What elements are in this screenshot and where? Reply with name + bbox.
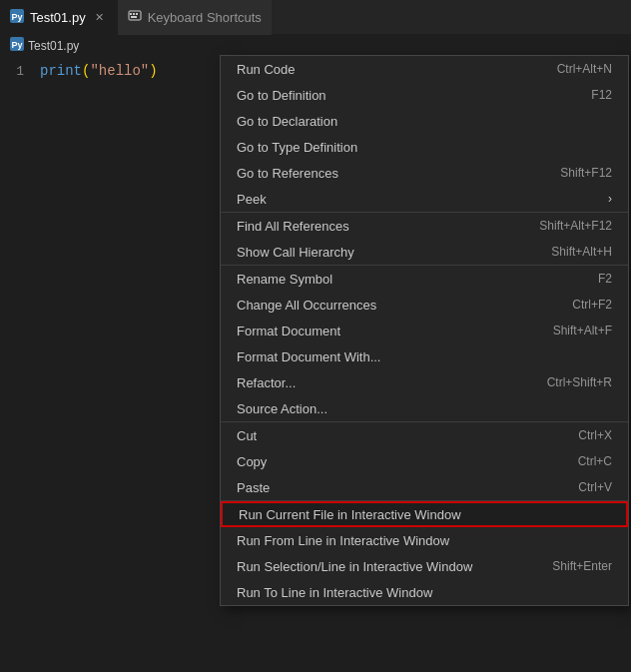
code-keyword-print: print <box>40 63 82 79</box>
menu-item-0-3[interactable]: Go to Type Definition <box>221 134 628 160</box>
menu-item-3-1[interactable]: CopyCtrl+C <box>221 448 628 474</box>
menu-item-label-3-1: Copy <box>237 454 578 469</box>
menu-item-0-1[interactable]: Go to DefinitionF12 <box>221 82 628 108</box>
menu-item-4-2[interactable]: Run Selection/Line in Interactive Window… <box>221 553 628 579</box>
context-menu: Run CodeCtrl+Alt+NGo to DefinitionF12Go … <box>220 55 629 606</box>
menu-item-label-2-4: Refactor... <box>237 375 547 390</box>
menu-item-shortcut-0-0: Ctrl+Alt+N <box>557 62 612 76</box>
menu-item-label-2-0: Rename Symbol <box>237 272 598 287</box>
editor-breadcrumb: Py Test01.py <box>0 35 631 56</box>
menu-item-0-5[interactable]: Peek› <box>221 186 628 212</box>
menu-item-label-4-1: Run From Line in Interactive Window <box>237 533 612 548</box>
menu-section-1: Find All ReferencesShift+Alt+F12Show Cal… <box>221 213 628 266</box>
svg-text:Py: Py <box>11 40 22 50</box>
menu-section-2: Rename SymbolF2Change All OccurrencesCtr… <box>221 266 628 422</box>
menu-item-label-0-1: Go to Definition <box>237 88 591 103</box>
menu-section-0: Run CodeCtrl+Alt+NGo to DefinitionF12Go … <box>221 56 628 213</box>
menu-item-0-4[interactable]: Go to ReferencesShift+F12 <box>221 160 628 186</box>
menu-item-3-2[interactable]: PasteCtrl+V <box>221 474 628 500</box>
menu-item-shortcut-1-0: Shift+Alt+F12 <box>539 219 612 233</box>
menu-item-shortcut-0-4: Shift+F12 <box>560 166 612 180</box>
menu-item-shortcut-2-2: Shift+Alt+F <box>553 324 612 337</box>
python-icon: Py <box>10 9 24 26</box>
menu-item-shortcut-2-1: Ctrl+F2 <box>572 298 612 312</box>
menu-item-arrow-0-5: › <box>608 192 612 206</box>
menu-item-label-0-0: Run Code <box>237 62 557 77</box>
menu-item-shortcut-2-0: F2 <box>598 272 612 286</box>
menu-item-label-4-0: Run Current File in Interactive Window <box>239 507 610 522</box>
menu-section-4: Run Current File in Interactive WindowRu… <box>221 501 628 605</box>
python-breadcrumb-icon: Py <box>10 37 24 54</box>
keyboard-shortcuts-icon <box>128 9 142 26</box>
menu-item-1-0[interactable]: Find All ReferencesShift+Alt+F12 <box>221 213 628 239</box>
tab-test01-label: Test01.py <box>30 10 86 25</box>
menu-item-label-3-2: Paste <box>237 480 578 495</box>
svg-rect-3 <box>130 13 132 15</box>
menu-item-shortcut-4-2: Shift+Enter <box>552 559 612 573</box>
menu-item-label-0-3: Go to Type Definition <box>237 140 612 155</box>
menu-item-label-3-0: Cut <box>237 428 578 443</box>
menu-item-label-0-5: Peek <box>237 192 608 207</box>
menu-item-2-0[interactable]: Rename SymbolF2 <box>221 266 628 292</box>
menu-section-3: CutCtrl+XCopyCtrl+CPasteCtrl+V <box>221 422 628 501</box>
menu-item-2-3[interactable]: Format Document With... <box>221 343 628 369</box>
menu-item-3-0[interactable]: CutCtrl+X <box>221 422 628 448</box>
menu-item-shortcut-3-2: Ctrl+V <box>578 480 612 494</box>
line-number-1: 1 <box>0 64 40 79</box>
menu-item-label-4-2: Run Selection/Line in Interactive Window <box>237 559 552 574</box>
tab-keyboard-label: Keyboard Shortcuts <box>148 10 262 25</box>
menu-item-4-1[interactable]: Run From Line in Interactive Window <box>221 527 628 553</box>
menu-item-2-1[interactable]: Change All OccurrencesCtrl+F2 <box>221 292 628 318</box>
menu-item-2-5[interactable]: Source Action... <box>221 395 628 421</box>
menu-item-shortcut-3-0: Ctrl+X <box>578 428 612 442</box>
svg-rect-4 <box>133 13 135 15</box>
menu-item-label-1-0: Find All References <box>237 219 539 234</box>
svg-rect-6 <box>131 16 137 18</box>
menu-item-shortcut-0-1: F12 <box>591 88 612 102</box>
menu-item-shortcut-1-1: Shift+Alt+H <box>551 245 612 259</box>
svg-text:Py: Py <box>11 12 22 22</box>
svg-rect-5 <box>136 13 138 15</box>
menu-item-label-0-4: Go to References <box>237 166 560 181</box>
menu-item-0-2[interactable]: Go to Declaration <box>221 108 628 134</box>
menu-item-label-1-1: Show Call Hierarchy <box>237 245 551 260</box>
menu-item-4-3[interactable]: Run To Line in Interactive Window <box>221 579 628 605</box>
tab-test01-close[interactable]: ✕ <box>92 9 108 25</box>
menu-item-shortcut-2-4: Ctrl+Shift+R <box>547 375 612 389</box>
menu-item-4-0[interactable]: Run Current File in Interactive Window <box>221 501 628 527</box>
menu-item-label-2-3: Format Document With... <box>237 349 612 364</box>
tab-test01[interactable]: Py Test01.py ✕ <box>0 0 118 35</box>
menu-item-2-4[interactable]: Refactor...Ctrl+Shift+R <box>221 369 628 395</box>
menu-item-2-2[interactable]: Format DocumentShift+Alt+F <box>221 318 628 343</box>
menu-item-label-4-3: Run To Line in Interactive Window <box>237 585 612 600</box>
menu-item-0-0[interactable]: Run CodeCtrl+Alt+N <box>221 56 628 82</box>
menu-item-shortcut-3-1: Ctrl+C <box>578 454 612 468</box>
menu-item-label-0-2: Go to Declaration <box>237 114 612 129</box>
menu-item-1-1[interactable]: Show Call HierarchyShift+Alt+H <box>221 239 628 265</box>
menu-item-label-2-5: Source Action... <box>237 401 612 416</box>
tab-keyboard-shortcuts[interactable]: Keyboard Shortcuts <box>118 0 272 35</box>
menu-item-label-2-2: Format Document <box>237 324 553 338</box>
svg-rect-2 <box>129 11 141 20</box>
code-string-hello: "hello" <box>90 63 149 79</box>
code-paren-close: ) <box>149 63 157 79</box>
line-code-1: print("hello") <box>40 63 158 79</box>
title-bar: Py Test01.py ✕ Keyboard Shortcuts <box>0 0 631 35</box>
menu-item-label-2-1: Change All Occurrences <box>237 298 572 313</box>
breadcrumb-filename: Test01.py <box>28 39 79 53</box>
